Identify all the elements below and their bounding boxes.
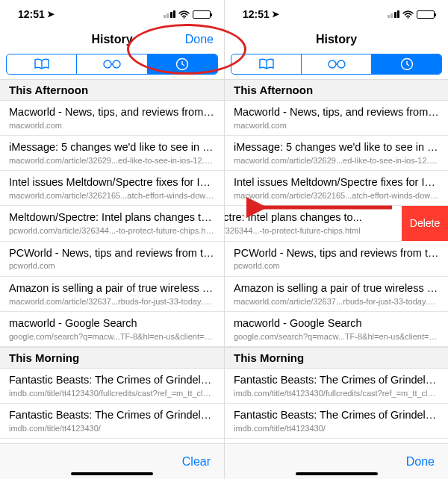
phone-left: 12:51 ➤ History Done This Afterno (0, 0, 224, 479)
history-row-url: macworld.com/article/32629...ed-like-to-… (234, 155, 439, 166)
wifi-icon (178, 10, 190, 19)
history-row-title: iMessage: 5 changes we'd like to see in … (234, 140, 439, 154)
clock-icon (175, 57, 189, 71)
history-row-title: Meltdown/Spectre: Intel plans changes to… (9, 210, 215, 225)
home-indicator[interactable] (296, 472, 378, 475)
history-row[interactable]: macworld - Google Searchgoogle.com/searc… (225, 312, 448, 347)
history-row[interactable]: Fantastic Beasts: The Crimes of Grindelw… (0, 369, 224, 404)
history-row-title: PCWorld - News, tips and reviews from th… (9, 246, 215, 260)
history-row-url: macworld.com/article/32637...rbuds-for-j… (234, 296, 439, 307)
done-button[interactable]: Done (406, 455, 435, 469)
history-row[interactable]: Macworld - News, tips, and reviews from … (0, 101, 224, 136)
status-bar: 12:51 ➤ (225, 0, 448, 28)
history-row[interactable]: wn/Spectre: Intel plans changes to...om/… (225, 206, 402, 241)
glasses-icon (102, 58, 122, 70)
history-row-url: imdb.com/title/tt4123430/fullcredits/cas… (9, 388, 215, 398)
location-icon: ➤ (272, 9, 279, 19)
page-title: History (91, 33, 132, 46)
svg-point-4 (408, 16, 409, 18)
history-row-title: Intel issues Meltdown/Spectre fixes for … (9, 175, 215, 190)
history-row-title: macworld - Google Search (234, 316, 439, 331)
history-row-url: macworld.com (234, 120, 439, 131)
history-row-url: google.com/search?q=macw...TF-8&hl=en-us… (234, 331, 439, 342)
home-indicator[interactable] (71, 472, 153, 475)
svg-point-6 (337, 60, 345, 68)
history-row-url: om/article/326344...-to-protect-future-c… (225, 225, 393, 236)
history-row-title: Intel issues Meltdown/Spectre fixes for … (234, 175, 439, 190)
history-row-title: wn/Spectre: Intel plans changes to... (225, 210, 393, 225)
status-time: 12:51 (18, 8, 45, 20)
history-row-url: macworld.com/article/3262165...atch-effo… (9, 190, 215, 201)
history-row-url: pcworld.com/article/326344...-to-protect… (9, 225, 215, 236)
history-row-url: pcworld.com (9, 260, 215, 271)
history-row[interactable]: Fantastic Beasts: The Crimes of Grindelw… (0, 404, 224, 439)
history-row-title: Amazon is selling a pair of true wireles… (9, 281, 215, 295)
history-row[interactable]: Fantastic Beasts: The Crimes of Grindelw… (225, 404, 448, 439)
svg-point-2 (113, 60, 120, 68)
history-row-url: pcworld.com (234, 260, 439, 271)
history-row-title: Macworld - News, tips, and reviews from … (234, 105, 439, 119)
book-icon (258, 58, 275, 70)
book-icon (34, 58, 50, 70)
history-row-title: macworld - Google Search (9, 316, 215, 331)
nav-header: History (225, 28, 448, 51)
section-header: This Afternoon (0, 79, 224, 101)
signal-icon (164, 10, 176, 18)
history-row-url: imdb.com/title/tt4123430/ (234, 423, 439, 433)
svg-point-1 (104, 60, 111, 68)
segmented-control (6, 54, 218, 75)
section-header: This Afternoon (225, 79, 448, 101)
history-row-url: google.com/search?q=macw...TF-8&hl=en-us… (9, 331, 215, 342)
glasses-icon (327, 58, 346, 70)
history-row[interactable]: PCWorld - News, tips and reviews from th… (0, 242, 224, 277)
delete-button[interactable]: Delete (402, 206, 448, 240)
history-row-title: Fantastic Beasts: The Crimes of Grindelw… (234, 408, 439, 422)
nav-header: History Done (0, 28, 224, 51)
history-row[interactable]: Intel issues Meltdown/Spectre fixes for … (225, 171, 448, 206)
tab-bookmarks[interactable] (231, 54, 301, 74)
status-time: 12:51 (243, 8, 270, 20)
tab-history[interactable] (371, 54, 441, 74)
tab-reading-list[interactable] (301, 54, 371, 74)
section-header: This Morning (0, 347, 224, 369)
battery-icon (193, 10, 211, 19)
page-title: History (316, 33, 357, 46)
history-list[interactable]: This AfternoonMacworld - News, tips, and… (225, 79, 448, 443)
history-row[interactable]: Meltdown/Spectre: Intel plans changes to… (0, 206, 224, 241)
history-row-title: PCWorld - News, tips and reviews from th… (234, 246, 439, 260)
phone-right: 12:51 ➤ History This AfternoonMacworld (224, 0, 448, 479)
history-row[interactable]: Intel issues Meltdown/Spectre fixes for … (0, 171, 224, 206)
segmented-control (231, 54, 442, 75)
history-row[interactable]: iMessage: 5 changes we'd like to see in … (225, 136, 448, 171)
history-row[interactable]: Amazon is selling a pair of true wireles… (0, 277, 224, 312)
history-row-url: macworld.com/article/32637...rbuds-for-j… (9, 296, 215, 307)
history-row-title: iMessage: 5 changes we'd like to see in … (9, 140, 215, 154)
history-row-title: Fantastic Beasts: The Crimes of Grindelw… (9, 373, 215, 387)
done-button[interactable]: Done (185, 33, 214, 46)
tab-reading-list[interactable] (76, 54, 146, 74)
clear-button[interactable]: Clear (182, 455, 211, 469)
history-row-url: macworld.com/article/3262165...atch-effo… (234, 190, 439, 201)
history-row-title: Fantastic Beasts: The Crimes of Grindelw… (9, 408, 215, 422)
history-row-title: Macworld - News, tips, and reviews from … (9, 105, 215, 119)
history-row[interactable]: macworld - Google Searchgoogle.com/searc… (0, 312, 224, 347)
history-row-title: Amazon is selling a pair of true wireles… (234, 281, 439, 295)
location-icon: ➤ (47, 9, 55, 19)
history-row[interactable]: PCWorld - News, tips and reviews from th… (225, 242, 448, 277)
tab-history[interactable] (147, 54, 217, 74)
history-row-url: imdb.com/title/tt4123430/ (9, 423, 215, 433)
history-row[interactable]: Macworld - News, tips, and reviews from … (225, 101, 448, 136)
history-row-title: Fantastic Beasts: The Crimes of Grindelw… (234, 373, 439, 387)
history-row[interactable]: Fantastic Beasts: The Crimes of Grindelw… (225, 369, 448, 404)
battery-icon (417, 10, 435, 19)
section-header: This Morning (225, 347, 448, 369)
tab-bookmarks[interactable] (7, 54, 76, 74)
history-row-url: imdb.com/title/tt4123430/fullcredits/cas… (234, 388, 439, 398)
history-row[interactable]: Amazon is selling a pair of true wireles… (225, 277, 448, 312)
clock-icon (400, 57, 414, 71)
wifi-icon (402, 10, 414, 19)
history-row-url: macworld.com/article/32629...ed-like-to-… (9, 155, 215, 166)
history-row-url: macworld.com (9, 120, 215, 131)
history-list[interactable]: This AfternoonMacworld - News, tips, and… (0, 79, 224, 443)
history-row[interactable]: iMessage: 5 changes we'd like to see in … (0, 136, 224, 171)
